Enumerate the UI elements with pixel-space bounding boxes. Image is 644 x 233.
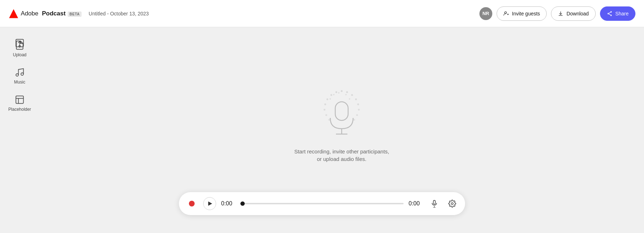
app-name: Podcast: [42, 10, 65, 17]
beta-badge: BETA: [68, 11, 81, 17]
svg-rect-46: [433, 200, 435, 204]
download-icon: [558, 11, 564, 16]
svg-point-37: [353, 119, 355, 121]
adobe-text: Adobe: [21, 10, 38, 17]
svg-point-23: [341, 90, 343, 92]
app-name-group: Adobe Podcast BETA: [21, 10, 82, 17]
svg-point-41: [349, 98, 350, 100]
header-actions: NR Invite guests Download: [479, 6, 635, 21]
svg-point-24: [336, 91, 337, 93]
document-title: Untitled - October 13, 2023: [89, 11, 149, 16]
share-label: Share: [615, 11, 629, 16]
sidebar: Upload Music Placeholder: [0, 27, 39, 233]
placeholder-icon: [15, 95, 25, 105]
svg-rect-17: [16, 96, 24, 104]
microphone-illustration: [309, 84, 374, 141]
adobe-logo-icon: [9, 9, 19, 19]
svg-point-1: [504, 11, 506, 13]
svg-point-26: [327, 99, 328, 100]
svg-line-8: [609, 14, 610, 15]
svg-rect-43: [335, 102, 348, 120]
progress-thumb[interactable]: [240, 201, 245, 206]
invite-icon: [503, 11, 509, 16]
svg-point-35: [356, 114, 358, 116]
settings-icon: [448, 200, 456, 208]
svg-point-34: [326, 114, 327, 116]
upload-label: Upload: [13, 52, 26, 57]
svg-point-16: [21, 73, 24, 75]
settings-button[interactable]: [446, 197, 459, 210]
total-time: 0:00: [409, 200, 423, 207]
svg-point-6: [610, 15, 611, 16]
microphone-button[interactable]: [428, 197, 441, 210]
logo-area: Adobe Podcast BETA: [9, 9, 82, 19]
svg-point-25: [331, 94, 332, 96]
empty-state-text: Start recording, invite other participan…: [294, 148, 389, 162]
record-button[interactable]: [185, 197, 198, 210]
svg-point-38: [330, 98, 331, 100]
share-icon: [607, 11, 613, 16]
svg-point-5: [608, 13, 609, 14]
user-avatar[interactable]: NR: [479, 7, 492, 20]
svg-point-32: [324, 109, 326, 111]
playback-bar: 0:00 0:00: [179, 192, 465, 215]
mic-icon: [430, 200, 438, 208]
empty-state-line1: Start recording, invite other participan…: [294, 148, 389, 154]
invite-guests-button[interactable]: Invite guests: [497, 6, 547, 21]
svg-point-15: [16, 74, 19, 76]
upload-file-icon: [15, 40, 25, 50]
progress-bar[interactable]: [240, 203, 404, 204]
svg-point-49: [451, 203, 453, 205]
empty-state-line2: or upload audio files.: [294, 156, 389, 162]
sidebar-item-placeholder[interactable]: Placeholder: [4, 91, 35, 115]
download-button[interactable]: Download: [551, 6, 595, 21]
svg-point-40: [338, 92, 340, 94]
svg-line-7: [609, 12, 610, 13]
svg-point-30: [355, 99, 357, 100]
header: Adobe Podcast BETA Untitled - October 13…: [0, 0, 644, 27]
svg-point-4: [610, 11, 611, 13]
share-button[interactable]: Share: [600, 6, 635, 21]
download-label: Download: [566, 11, 589, 16]
music-icon: [15, 67, 25, 77]
play-button[interactable]: [203, 197, 216, 210]
svg-point-29: [351, 94, 353, 96]
sidebar-item-upload[interactable]: Upload: [4, 34, 35, 61]
svg-point-33: [358, 109, 360, 111]
svg-point-36: [328, 119, 330, 121]
svg-point-31: [357, 104, 359, 105]
sidebar-item-music[interactable]: Music: [4, 64, 35, 88]
play-icon: [208, 201, 212, 206]
svg-marker-0: [9, 9, 18, 18]
svg-point-42: [345, 94, 347, 95]
current-time: 0:00: [221, 200, 235, 207]
music-label: Music: [14, 80, 25, 85]
svg-point-28: [346, 91, 348, 93]
svg-point-39: [333, 94, 335, 95]
placeholder-label: Placeholder: [8, 107, 31, 112]
invite-label: Invite guests: [512, 11, 540, 16]
svg-point-27: [325, 104, 326, 105]
record-indicator: [189, 201, 195, 206]
